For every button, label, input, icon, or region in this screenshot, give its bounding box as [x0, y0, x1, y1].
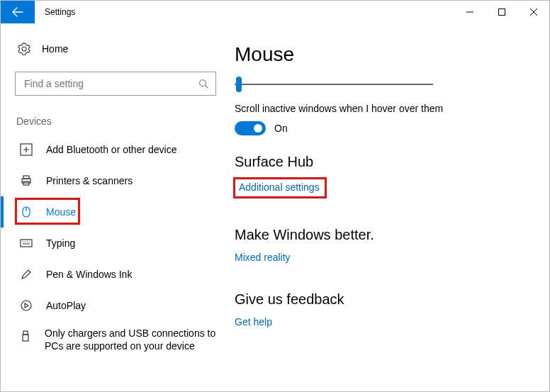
sidebar-item-autoplay[interactable]: AutoPlay	[1, 290, 220, 321]
svg-rect-0	[498, 9, 505, 16]
additional-settings-link-wrap: Additional settings	[235, 179, 325, 197]
slider-track	[235, 84, 433, 85]
usb-icon	[19, 330, 32, 342]
maximize-button[interactable]	[486, 1, 517, 23]
mouse-icon	[19, 206, 33, 218]
scroll-lines-slider[interactable]	[235, 76, 433, 93]
scroll-inactive-label: Scroll inactive windows when I hover ove…	[235, 103, 528, 114]
svg-rect-10	[23, 335, 28, 341]
sidebar-item-label: AutoPlay	[46, 300, 86, 311]
printer-icon	[19, 174, 33, 187]
pen-icon	[19, 268, 33, 281]
get-help-link[interactable]: Get help	[235, 316, 272, 327]
sidebar-item-pen[interactable]: Pen & Windows Ink	[1, 259, 220, 290]
home-label: Home	[42, 43, 68, 55]
gear-icon	[18, 43, 30, 55]
titlebar: Settings	[1, 1, 549, 23]
page-title: Mouse	[235, 43, 528, 66]
minimize-button[interactable]	[454, 1, 486, 23]
close-button[interactable]	[517, 1, 549, 23]
window-controls	[454, 1, 549, 23]
nav-list: Add Bluetooth or other device Printers &…	[15, 134, 220, 359]
keyboard-icon	[19, 237, 33, 250]
home-nav[interactable]: Home	[15, 36, 220, 62]
slider-thumb[interactable]	[236, 77, 242, 92]
plus-box-icon	[19, 143, 33, 156]
close-icon	[530, 9, 537, 16]
sidebar-item-add-bluetooth[interactable]: Add Bluetooth or other device	[1, 134, 220, 165]
feedback-heading: Give us feedback	[235, 291, 528, 308]
arrow-left-icon	[12, 6, 23, 18]
surface-hub-heading: Surface Hub	[235, 154, 528, 170]
sidebar-item-typing[interactable]: Typing	[1, 228, 220, 259]
sidebar-item-label: Only chargers and USB connections to PCs…	[45, 327, 220, 352]
sidebar-item-label: Printers & scanners	[46, 175, 133, 186]
sidebar: Home Devices Add Bluetooth or other devi…	[1, 23, 235, 391]
autoplay-icon	[19, 299, 33, 312]
minimize-icon	[466, 9, 473, 16]
back-button[interactable]	[1, 1, 35, 23]
main-panel: Mouse Scroll inactive windows when I hov…	[235, 23, 549, 391]
search-box[interactable]	[15, 72, 216, 96]
svg-point-8	[21, 301, 31, 310]
svg-point-1	[200, 80, 206, 86]
svg-rect-4	[23, 176, 29, 179]
sidebar-item-label: Typing	[46, 237, 75, 249]
sidebar-item-printers[interactable]: Printers & scanners	[1, 165, 220, 196]
svg-rect-9	[23, 331, 28, 335]
scroll-inactive-toggle[interactable]	[235, 121, 266, 135]
sidebar-item-usb[interactable]: Only chargers and USB connections to PCs…	[1, 321, 220, 359]
svg-rect-7	[21, 240, 32, 247]
sidebar-item-label: Add Bluetooth or other device	[46, 144, 176, 155]
make-windows-better-heading: Make Windows better.	[235, 227, 528, 243]
toggle-knob	[254, 124, 262, 133]
sidebar-item-label: Pen & Windows Ink	[46, 269, 132, 280]
toggle-state-label: On	[274, 123, 288, 134]
maximize-icon	[498, 9, 505, 16]
additional-settings-link[interactable]: Additional settings	[239, 181, 320, 193]
sidebar-item-mouse[interactable]: Mouse	[1, 196, 220, 228]
mixed-reality-link[interactable]: Mixed reality	[235, 252, 291, 263]
search-input[interactable]	[23, 77, 198, 90]
sidebar-item-label: Mouse	[46, 206, 76, 218]
window-title: Settings	[35, 1, 75, 23]
sidebar-section-label: Devices	[15, 116, 220, 127]
search-icon	[198, 79, 208, 89]
